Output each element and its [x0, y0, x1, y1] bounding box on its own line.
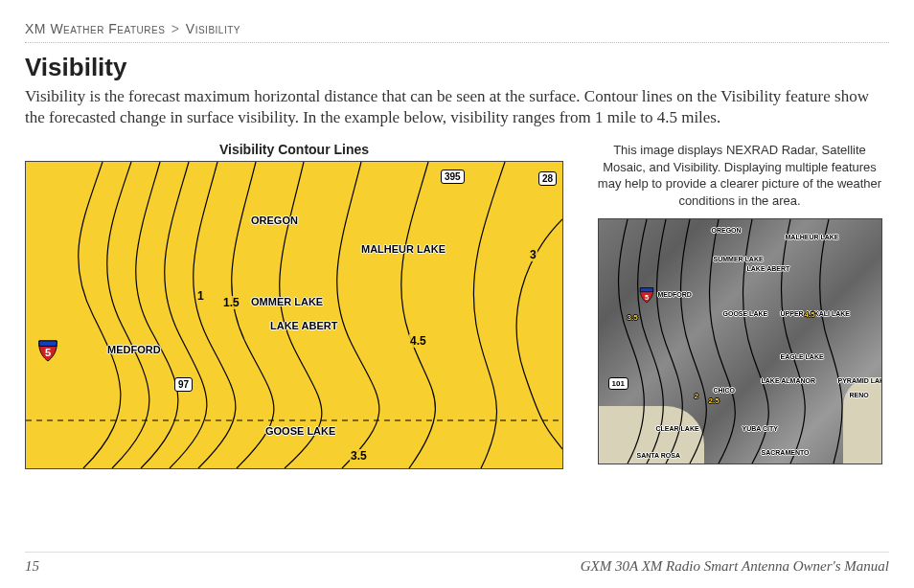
label-sacramento: SACRAMENTO: [762, 449, 810, 456]
body-paragraph: Visibility is the forecast maximum horiz…: [25, 86, 889, 128]
breadcrumb-page: Visibility: [186, 21, 240, 36]
manual-title: GXM 30A XM Radio Smart Antenna Owner's M…: [581, 558, 889, 575]
label-goose-lake: GOOSE LAKE: [723, 310, 768, 317]
breadcrumb-section: XM Weather Features: [25, 21, 165, 36]
contour-3: 3: [529, 248, 537, 261]
right-figure-caption: This image displays NEXRAD Radar, Satell…: [590, 142, 889, 209]
interstate-5-shield-icon: 5: [37, 339, 58, 362]
label-pyramid-lake: PYRAMID LAKE: [838, 377, 882, 384]
contour-4-5: 4.5: [805, 310, 815, 319]
interstate-5-shield-icon: 5: [639, 286, 654, 304]
manual-page: XM Weather Features > Visibility Visibil…: [0, 0, 914, 588]
label-summer-lake: SUMMER LAKE: [714, 256, 764, 262]
label-lake-abert: LAKE ABERT: [747, 265, 790, 272]
label-goose-lake: GOOSE LAKE: [265, 425, 335, 437]
left-figure-title: Visibility Contour Lines: [25, 142, 563, 157]
contour-3-5: 3.5: [350, 449, 368, 463]
label-chico: CHICO: [714, 387, 736, 394]
left-figure: Visibility Contour Lines: [25, 142, 563, 469]
contour-2: 2: [695, 392, 698, 400]
divider-dotted: [25, 42, 889, 43]
label-upper-alkali: UPPER ALKALI LAKE: [781, 310, 850, 317]
page-title: Visibility: [25, 53, 889, 82]
figure-row: Visibility Contour Lines: [25, 142, 889, 469]
label-clear-lake: CLEAR LAKE: [656, 425, 699, 432]
route-97-sign: 97: [174, 377, 193, 392]
label-medford: MEDFORD: [658, 291, 692, 298]
label-yuba-city: YUBA CITY: [743, 425, 778, 432]
route-101-sign: 101: [608, 377, 628, 390]
label-eagle-lake: EAGLE LAKE: [781, 353, 824, 360]
land-patch: [843, 377, 881, 464]
page-number: 15: [25, 558, 39, 575]
breadcrumb-separator: >: [171, 21, 180, 36]
route-28-sign: 28: [538, 171, 557, 186]
label-lake-almanor: LAKE ALMANOR: [762, 377, 816, 384]
label-oregon: OREGON: [712, 227, 742, 234]
label-malheur-lake: MALHEUR LAKE: [786, 234, 839, 240]
svg-text:5: 5: [45, 348, 51, 359]
label-reno: RENO: [850, 392, 869, 398]
label-malheur-lake: MALHEUR LAKE: [361, 243, 446, 255]
contour-4-5: 4.5: [409, 334, 427, 348]
svg-text:5: 5: [644, 293, 648, 302]
label-medford: MEDFORD: [107, 344, 161, 355]
contour-2-5: 2.5: [709, 396, 720, 405]
contour-1-5: 1.5: [222, 296, 240, 309]
visibility-contour-map: 395 28 97 5 OREGON MALHEUR LAKE OMMER LA…: [25, 161, 563, 469]
contour-lines-icon: [599, 219, 881, 464]
combined-weather-map: 5 101 OREGON MALHEUR LAKE SUMMER LAKE LA…: [598, 218, 882, 464]
contour-1: 1: [196, 289, 205, 303]
label-oregon: OREGON: [251, 215, 298, 226]
highway-395-sign: 395: [441, 170, 465, 184]
right-figure: This image displays NEXRAD Radar, Satell…: [590, 142, 889, 469]
breadcrumb: XM Weather Features > Visibility: [25, 21, 889, 40]
label-summer-lake: OMMER LAKE: [251, 296, 323, 307]
land-patch: [599, 406, 704, 464]
contour-lines-icon: [26, 162, 562, 468]
contour-3-5: 3.5: [628, 313, 638, 322]
page-footer: 15 GXM 30A XM Radio Smart Antenna Owner'…: [25, 552, 889, 575]
label-lake-abert: LAKE ABERT: [270, 320, 337, 331]
label-santa-rosa: SANTA ROSA: [637, 452, 681, 459]
